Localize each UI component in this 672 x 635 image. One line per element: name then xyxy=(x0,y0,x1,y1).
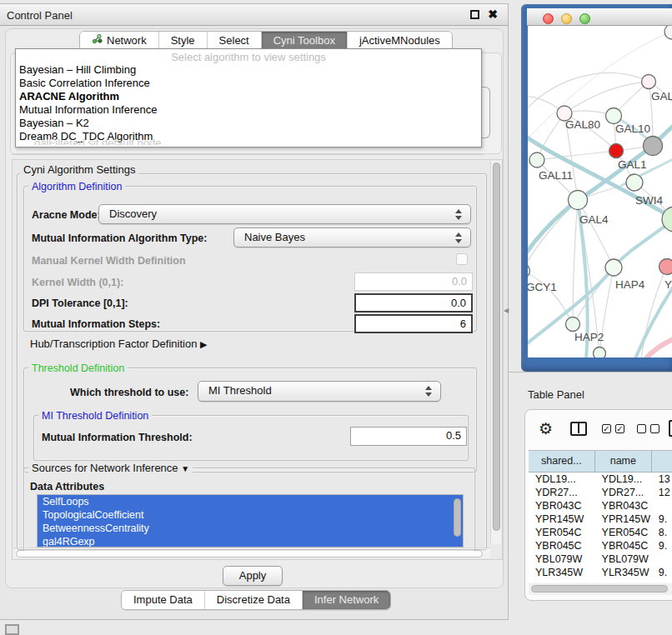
unchecked-checkbox-icon[interactable] xyxy=(637,424,646,433)
table-row[interactable]: YPR145WYPR145W9. xyxy=(529,512,672,526)
control-panel-titlebar: Control Panel ✖ xyxy=(0,4,508,26)
tab-infer-network[interactable]: Infer Network xyxy=(303,591,390,609)
table-row[interactable]: YIL052CYIL052C9 xyxy=(529,579,672,582)
algorithm-option[interactable]: ARACNE Algorithm xyxy=(16,90,481,103)
data-attribute-item[interactable]: TopologicalCoefficient xyxy=(38,508,463,522)
aracne-mode-value: Discovery xyxy=(109,208,157,220)
manual-kernel-checkbox[interactable] xyxy=(456,253,468,265)
minimize-traffic-light-icon[interactable] xyxy=(561,13,572,24)
data-attribute-item[interactable]: gal4RGexp xyxy=(38,535,463,548)
column-header[interactable]: shared... xyxy=(529,451,595,472)
network-node[interactable] xyxy=(659,259,672,275)
network-node[interactable] xyxy=(664,26,672,39)
desktop: Control Panel ✖ NetworkStyleSelectCyni T… xyxy=(0,0,672,635)
network-node[interactable] xyxy=(594,348,606,358)
table-row[interactable]: YDR27...YDR27...12 xyxy=(529,486,672,499)
table-cell: 8. xyxy=(652,526,672,539)
table-cell: 9. xyxy=(652,539,672,552)
table-row[interactable]: YBL079WYBL079W xyxy=(529,552,672,566)
tab-network[interactable]: Network xyxy=(80,32,159,50)
table-horizontal-scrollbar[interactable] xyxy=(529,583,672,595)
tab-label: Impute Data xyxy=(133,591,193,609)
table-row[interactable]: YBR045CYBR045C9. xyxy=(529,539,672,552)
algorithm-placeholder: Select algorithm to view settings xyxy=(16,51,481,63)
algorithm-definition-title: Algorithm Definition xyxy=(28,181,125,192)
aracne-mode-select[interactable]: Discovery xyxy=(98,204,471,224)
network-node[interactable] xyxy=(606,108,622,124)
network-node-label: SWI4 xyxy=(635,194,663,207)
network-node[interactable] xyxy=(529,152,544,168)
column-header[interactable]: name xyxy=(595,451,652,472)
tab-discretize-data[interactable]: Discretize Data xyxy=(205,591,303,609)
network-node-label: GAL10 xyxy=(615,122,650,135)
stepper-arrows-icon xyxy=(455,209,463,220)
tab-label: Select xyxy=(219,32,249,50)
mi-steps-field[interactable]: 6 xyxy=(354,314,473,333)
algorithm-option[interactable]: Basic Correlation Inference xyxy=(16,77,481,90)
table-cell: YBR045C xyxy=(595,539,652,552)
apply-button[interactable]: Apply xyxy=(223,566,283,586)
list-scrollbar[interactable] xyxy=(454,498,461,537)
algorithm-option[interactable]: Mutual Information Inference xyxy=(16,103,481,117)
panel-divider-handle[interactable]: ◀ xyxy=(504,306,509,315)
network-node[interactable] xyxy=(566,318,580,332)
network-node[interactable] xyxy=(644,137,663,156)
tab-jactivemnodules[interactable]: jActiveMNodules xyxy=(348,32,452,50)
table-row[interactable]: YLR345WYLR345W9. xyxy=(529,566,672,579)
mi-threshold-field[interactable]: 0.5 xyxy=(350,427,467,446)
mi-type-select[interactable]: Naive Bayes xyxy=(233,228,471,248)
table-cell: YBR043C xyxy=(595,499,652,512)
float-panel-icon[interactable] xyxy=(470,10,479,19)
which-threshold-select[interactable]: MI Threshold xyxy=(198,381,441,402)
table-cell: YER054C xyxy=(595,526,652,539)
network-node[interactable] xyxy=(642,75,656,89)
dpi-tolerance-field[interactable]: 0.0 xyxy=(354,293,473,312)
node-table[interactable]: shared...name YDL19...YDL19...13YDR27...… xyxy=(529,450,672,582)
network-node[interactable] xyxy=(569,191,588,210)
table-cell: YDR27... xyxy=(595,486,652,499)
sources-toggle[interactable]: Sources for Network Inference ▼ xyxy=(28,462,193,474)
zoom-traffic-light-icon[interactable] xyxy=(579,13,590,24)
tab-cyni-toolbox[interactable]: Cyni Toolbox xyxy=(262,32,348,50)
checked-checkbox-icon[interactable]: ✓ xyxy=(615,424,624,433)
network-node[interactable] xyxy=(609,144,624,158)
tab-select[interactable]: Select xyxy=(208,32,262,50)
algorithm-list: Bayesian – Hill ClimbingBasic Correlatio… xyxy=(16,63,481,143)
network-view-canvas[interactable]: GALGAL80GAL10GAL1GAL11GAL4SWI4HAP4YGCY1H… xyxy=(528,26,672,358)
hub-definition-toggle[interactable]: Hub/Transcription Factor Definition ▶ xyxy=(30,338,207,350)
columns-icon[interactable] xyxy=(570,422,587,436)
gear-icon[interactable]: ⚙ xyxy=(539,419,553,438)
control-panel-title: Control Panel xyxy=(7,9,73,22)
data-attribute-item[interactable]: BetweennessCentrality xyxy=(38,522,463,535)
network-node-label: HAP2 xyxy=(574,331,604,343)
tab-style[interactable]: Style xyxy=(159,32,208,50)
close-panel-icon[interactable]: ✖ xyxy=(488,8,498,21)
network-node-label: GCY1 xyxy=(528,281,557,293)
close-traffic-light-icon[interactable] xyxy=(543,13,554,24)
network-window-titlebar[interactable] xyxy=(527,8,672,26)
network-node[interactable] xyxy=(605,259,622,276)
table-cell: YLR345W xyxy=(529,566,595,579)
kernel-width-field[interactable]: 0.0 xyxy=(354,272,473,291)
column-header[interactable] xyxy=(652,451,672,472)
unchecked-checkbox-icon[interactable] xyxy=(650,424,659,433)
table-cell: 12 xyxy=(652,486,672,499)
table-row[interactable]: YBR043CYBR043C xyxy=(529,499,672,512)
table-cell: YIL052C xyxy=(595,579,652,582)
collapsed-panel-icon[interactable] xyxy=(5,624,19,635)
manual-kernel-label: Manual Kernel Width Definition xyxy=(32,255,186,267)
document-icon[interactable] xyxy=(669,420,672,437)
checked-checkbox-icon[interactable]: ✓ xyxy=(602,424,611,433)
network-node[interactable] xyxy=(626,174,643,191)
table-row[interactable]: YDL19...YDL19...13 xyxy=(529,472,672,486)
tab-label: Cyni Toolbox xyxy=(273,32,335,50)
table-cell: YBR043C xyxy=(529,499,595,512)
network-node[interactable] xyxy=(528,264,530,278)
data-attribute-item[interactable]: SelfLoops xyxy=(38,495,463,508)
table-row[interactable]: YER054CYER054C8. xyxy=(529,526,672,539)
tab-impute-data[interactable]: Impute Data xyxy=(122,591,205,609)
collapsed-arrow-icon: ▶ xyxy=(200,339,207,349)
algorithm-option[interactable]: Bayesian – Hill Climbing xyxy=(16,63,481,77)
algorithm-option[interactable]: Bayesian – K2 xyxy=(16,117,481,130)
settings-vertical-scrollbar[interactable] xyxy=(490,161,501,544)
